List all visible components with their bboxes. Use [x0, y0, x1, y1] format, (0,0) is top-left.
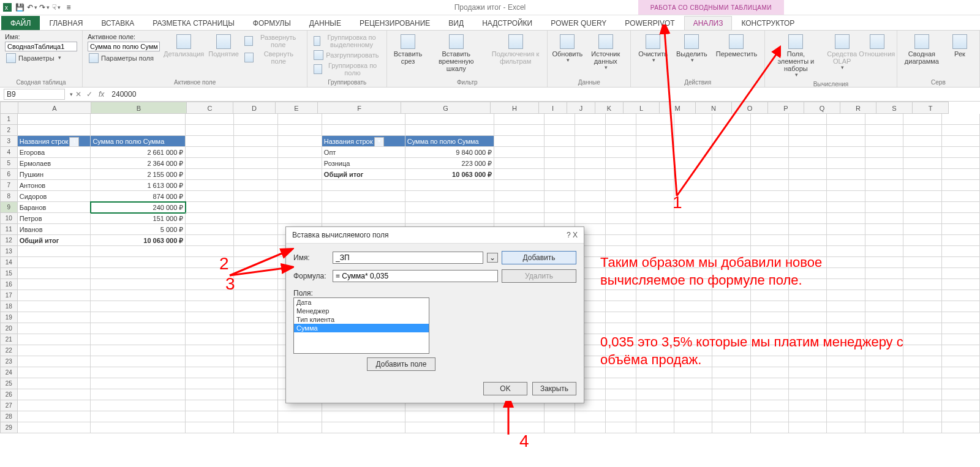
cell-O20[interactable]	[751, 323, 789, 334]
field-item[interactable]: Сумма	[294, 324, 429, 332]
cell-G9[interactable]	[405, 202, 494, 213]
cell-I6[interactable]	[545, 169, 575, 180]
data-source-button[interactable]: Источник данных▾	[586, 33, 625, 72]
cell-A2[interactable]	[18, 125, 91, 136]
cell-S23[interactable]	[903, 356, 941, 367]
cell-O18[interactable]	[751, 301, 789, 312]
cell-C3[interactable]	[186, 136, 234, 147]
cell-S15[interactable]	[903, 268, 941, 279]
cell-Q10[interactable]	[827, 213, 865, 224]
cell-B8[interactable]: 874 000 ₽	[91, 191, 186, 202]
cell-D29[interactable]	[234, 422, 278, 433]
cell-N13[interactable]	[712, 246, 750, 257]
cell-M8[interactable]	[674, 191, 712, 202]
cell-K22[interactable]	[606, 345, 636, 356]
cell-L14[interactable]	[636, 257, 674, 268]
tab-вид[interactable]: ВИД	[439, 16, 473, 30]
cell-O16[interactable]	[751, 279, 789, 290]
cell-G5[interactable]: 223 000 ₽	[405, 158, 494, 169]
cell-P18[interactable]	[789, 301, 827, 312]
cell-P21[interactable]	[789, 334, 827, 345]
cell-M23[interactable]	[674, 356, 712, 367]
cell-R4[interactable]	[865, 147, 903, 158]
cell-O6[interactable]	[751, 169, 789, 180]
field-item[interactable]: Тип клиента	[294, 315, 429, 324]
tab-powerpivot[interactable]: POWERPIVOT	[616, 16, 684, 30]
cell-K15[interactable]	[606, 268, 636, 279]
move-button[interactable]: Переместить	[714, 33, 760, 59]
cell-Q20[interactable]	[827, 323, 865, 334]
cell-C8[interactable]	[186, 191, 234, 202]
cell-T1[interactable]	[942, 114, 980, 125]
cell-T27[interactable]	[942, 400, 980, 411]
cell-L26[interactable]	[636, 389, 674, 400]
tab-данные[interactable]: ДАННЫЕ	[300, 16, 350, 30]
cell-L22[interactable]	[636, 345, 674, 356]
cell-Q16[interactable]	[827, 279, 865, 290]
cell-R9[interactable]	[865, 202, 903, 213]
cell-T14[interactable]	[942, 257, 980, 268]
cell-E9[interactable]	[278, 202, 322, 213]
cell-M14[interactable]	[674, 257, 712, 268]
cell-A23[interactable]	[18, 356, 91, 367]
cell-B7[interactable]: 1 613 000 ₽	[91, 180, 186, 191]
cell-J8[interactable]	[575, 191, 606, 202]
cell-C29[interactable]	[186, 422, 234, 433]
cell-N21[interactable]	[712, 334, 750, 345]
cell-K19[interactable]	[606, 312, 636, 323]
cell-M12[interactable]	[674, 235, 712, 246]
row-header-7[interactable]: 7	[0, 180, 18, 191]
col-header-Q[interactable]: Q	[804, 102, 840, 114]
cell-Q26[interactable]	[827, 389, 865, 400]
row-header-23[interactable]: 23	[0, 356, 18, 367]
select-all-corner[interactable]	[0, 102, 18, 114]
cell-C26[interactable]	[186, 389, 234, 400]
cell-L29[interactable]	[636, 422, 674, 433]
cell-T17[interactable]	[942, 290, 980, 301]
pivot-params-button[interactable]: Параметры▾	[5, 53, 77, 64]
row-header-19[interactable]: 19	[0, 312, 18, 323]
dlg-ok-button[interactable]: OK	[483, 382, 527, 395]
cell-A12[interactable]: Общий итог	[18, 235, 91, 246]
cell-J2[interactable]	[575, 125, 606, 136]
cell-Q1[interactable]	[827, 114, 865, 125]
cell-P23[interactable]	[789, 356, 827, 367]
cell-N6[interactable]	[712, 169, 750, 180]
cell-Q12[interactable]	[827, 235, 865, 246]
cell-H1[interactable]	[494, 114, 544, 125]
cell-P14[interactable]	[789, 257, 827, 268]
cell-S10[interactable]	[903, 213, 941, 224]
cell-T19[interactable]	[942, 312, 980, 323]
cell-S19[interactable]	[903, 312, 941, 323]
cell-P16[interactable]	[789, 279, 827, 290]
cell-P28[interactable]	[789, 411, 827, 422]
row-header-21[interactable]: 21	[0, 334, 18, 345]
cell-L25[interactable]	[636, 378, 674, 389]
cell-O28[interactable]	[751, 411, 789, 422]
cell-D14[interactable]	[234, 257, 278, 268]
cell-T24[interactable]	[942, 367, 980, 378]
cell-A5[interactable]: Ермолаев	[18, 158, 91, 169]
cell-T20[interactable]	[942, 323, 980, 334]
cell-K25[interactable]	[606, 378, 636, 389]
cell-E6[interactable]	[278, 169, 322, 180]
cell-D15[interactable]	[234, 268, 278, 279]
cell-F2[interactable]	[322, 125, 405, 136]
row-header-2[interactable]: 2	[0, 125, 18, 136]
cell-A17[interactable]	[18, 290, 91, 301]
cell-P3[interactable]	[789, 136, 827, 147]
tab-рецензирование[interactable]: РЕЦЕНЗИРОВАНИЕ	[350, 16, 439, 30]
cell-J10[interactable]	[575, 213, 606, 224]
col-header-R[interactable]: R	[840, 102, 876, 114]
cell-S2[interactable]	[903, 125, 941, 136]
cell-D11[interactable]	[234, 224, 278, 235]
cell-P25[interactable]	[789, 378, 827, 389]
row-header-9[interactable]: 9	[0, 202, 18, 213]
cell-O5[interactable]	[751, 158, 789, 169]
fx-icon[interactable]: fx	[95, 90, 108, 99]
cell-M15[interactable]	[674, 268, 712, 279]
cell-N2[interactable]	[712, 125, 750, 136]
cell-Q17[interactable]	[827, 290, 865, 301]
cell-H6[interactable]	[494, 169, 544, 180]
dialog-close-icon[interactable]: X	[573, 231, 578, 239]
